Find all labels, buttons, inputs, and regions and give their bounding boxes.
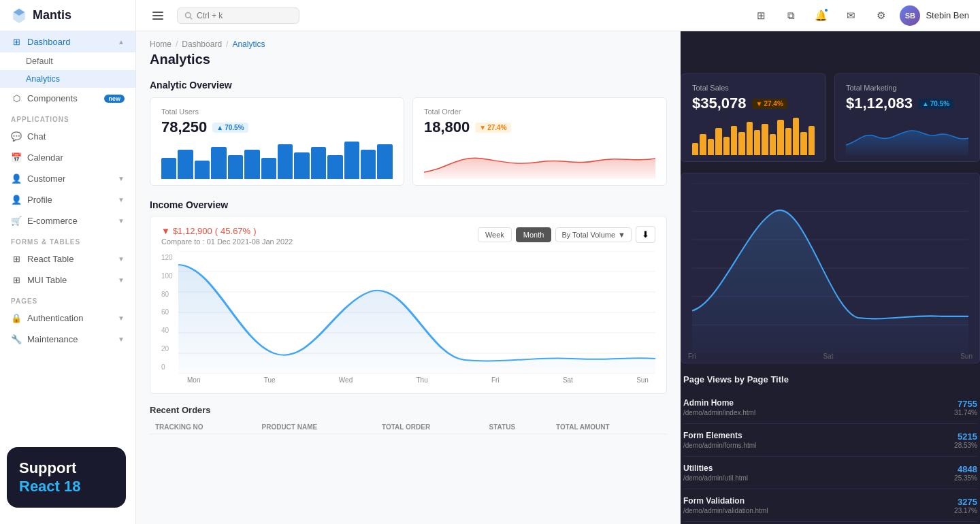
sidebar-item-components[interactable]: ⬡ Components new bbox=[0, 88, 135, 109]
topbar-right: ⊞ ⧉ 🔔 ✉ ⚙ SB Stebin Ben bbox=[750, 5, 969, 27]
stat-card-sales: Total Sales $35,078 ▼ 27.4% bbox=[681, 73, 826, 162]
calendar-icon: 📅 bbox=[11, 152, 22, 163]
section-pages: Pages bbox=[0, 291, 135, 308]
sidebar-item-ecommerce[interactable]: 🛒 E-commerce ▼ bbox=[0, 210, 135, 231]
svg-rect-0 bbox=[152, 12, 163, 13]
support-toast[interactable]: Support React 18 bbox=[7, 447, 126, 508]
sidebar-item-analytics[interactable]: Analytics bbox=[0, 70, 135, 88]
avatar: SB bbox=[900, 5, 920, 26]
stat-card-marketing: Total Marketing $1,12,083 ▲ 70.5% bbox=[834, 73, 980, 162]
chevron-up-icon: ▲ bbox=[118, 38, 125, 46]
topbar-left bbox=[147, 5, 299, 27]
breadcrumb-home[interactable]: Home bbox=[150, 39, 172, 49]
chart-area: 120 100 80 60 40 20 0 bbox=[161, 251, 655, 376]
volume-select[interactable]: By Total Volume ▼ bbox=[555, 227, 632, 242]
stat-value: 18,800 ▼ 27.4% bbox=[424, 118, 655, 136]
sidebar-item-label: Profile bbox=[27, 195, 52, 205]
settings-button[interactable]: ⚙ bbox=[870, 5, 892, 27]
page-view-name: Utilities bbox=[683, 463, 748, 473]
notification-button[interactable]: 🔔 bbox=[810, 5, 832, 27]
income-dark-chart: Fri Sat Sun bbox=[681, 173, 980, 363]
page-view-count: 4848 bbox=[954, 464, 977, 474]
sidebar-item-profile[interactable]: 👤 Profile ▼ bbox=[0, 189, 135, 210]
mail-button[interactable]: ✉ bbox=[840, 5, 862, 27]
y-axis-labels: 120 100 80 60 40 20 0 bbox=[161, 251, 173, 374]
page-view-item: Utilities /demo/admin/util.html 4848 25.… bbox=[683, 457, 977, 489]
page-view-name: Admin Home bbox=[683, 398, 755, 408]
chevron-down-icon: ▼ bbox=[118, 255, 125, 263]
user-info[interactable]: SB Stebin Ben bbox=[900, 5, 969, 26]
sidebar-item-react-table[interactable]: ⊞ React Table ▼ bbox=[0, 248, 135, 269]
svg-rect-1 bbox=[152, 15, 163, 16]
table-icon: ⊞ bbox=[11, 275, 22, 285]
sidebar-item-label: React Table bbox=[27, 254, 74, 264]
stat-value: $1,12,083 ▲ 70.5% bbox=[846, 95, 968, 112]
grid-icon-button[interactable]: ⊞ bbox=[750, 5, 772, 27]
sidebar-item-authentication[interactable]: 🔒 Authentication ▼ bbox=[0, 308, 135, 329]
menu-toggle-button[interactable] bbox=[147, 5, 169, 27]
page-view-name: Form Validation bbox=[683, 496, 768, 506]
sidebar-item-mui-table[interactable]: ⊞ MUI Table ▼ bbox=[0, 269, 135, 291]
search-icon bbox=[184, 12, 193, 20]
chevron-down-icon: ▼ bbox=[118, 217, 125, 225]
section-applications: Applications bbox=[0, 109, 135, 126]
sidebar: Mantis ⊞ Dashboard ▲ Default Analytics ⬡… bbox=[0, 0, 136, 524]
sidebar-item-default[interactable]: Default bbox=[0, 52, 135, 70]
stat-label: Total Order bbox=[424, 108, 655, 116]
income-overview-card: ▼ $1,12,900 (45.67%) Compare to : 01 Dec… bbox=[150, 216, 667, 394]
page-view-stats: 7755 31.74% bbox=[954, 399, 977, 416]
new-badge: new bbox=[104, 95, 125, 103]
stat-value: 78,250 ▲ 70.5% bbox=[161, 118, 393, 136]
income-controls: Week Month By Total Volume ▼ ⬇ bbox=[478, 226, 655, 243]
dashboard-icon: ⊞ bbox=[11, 37, 22, 47]
col-product: PRODUCT NAME bbox=[256, 421, 376, 434]
page-view-info: Admin Home /demo/admin/index.html bbox=[683, 398, 755, 416]
income-left: ▼ $1,12,900 (45.67%) Compare to : 01 Dec… bbox=[161, 226, 293, 246]
mini-chart-users bbox=[161, 142, 393, 179]
stat-card-order: Total Order 18,800 ▼ 27.4% bbox=[412, 97, 667, 186]
search-input[interactable] bbox=[197, 11, 278, 20]
mantis-logo-icon bbox=[11, 7, 27, 24]
stat-badge: ▼ 27.4% bbox=[752, 99, 787, 109]
sidebar-item-dashboard[interactable]: ⊞ Dashboard ▲ bbox=[0, 31, 135, 52]
month-button[interactable]: Month bbox=[516, 227, 552, 242]
download-button[interactable]: ⬇ bbox=[636, 226, 655, 243]
stats-row-dark: Total Sales $35,078 ▼ 27.4% Total Market… bbox=[681, 73, 980, 162]
col-total-amount: TOTAL AMOUNT bbox=[551, 421, 667, 434]
sidebar-item-label: Calendar bbox=[27, 152, 63, 163]
week-button[interactable]: Week bbox=[478, 227, 512, 242]
customer-icon: 👤 bbox=[11, 174, 22, 184]
stat-label: Total Marketing bbox=[846, 84, 968, 92]
sidebar-item-label: E-commerce bbox=[27, 216, 78, 226]
chat-icon: 💬 bbox=[11, 131, 22, 142]
sidebar-item-customer[interactable]: 👤 Customer ▼ bbox=[0, 168, 135, 189]
sidebar-logo[interactable]: Mantis bbox=[0, 0, 135, 31]
income-value: ▼ $1,12,900 (45.67%) bbox=[161, 226, 293, 236]
sidebar-item-maintenance[interactable]: 🔧 Maintenance ▼ bbox=[0, 329, 135, 350]
search-box[interactable] bbox=[177, 7, 299, 24]
col-status: STATUS bbox=[484, 421, 551, 434]
breadcrumb: Home / Dashboard / Analytics bbox=[136, 31, 681, 52]
dark-panel: Total Sales $35,078 ▼ 27.4% Total Market… bbox=[681, 31, 980, 524]
support-react: React 18 bbox=[19, 478, 114, 495]
stat-value: $35,078 ▼ 27.4% bbox=[692, 95, 815, 112]
sidebar-item-chat[interactable]: 💬 Chat bbox=[0, 126, 135, 147]
orders-table: TRACKING NO PRODUCT NAME TOTAL ORDER STA… bbox=[150, 421, 667, 434]
chevron-down-icon: ▼ bbox=[118, 335, 125, 343]
maintenance-icon: 🔧 bbox=[11, 334, 22, 344]
page-view-url: /demo/admin/index.html bbox=[683, 409, 755, 416]
sidebar-item-label: Maintenance bbox=[27, 334, 78, 344]
stat-badge: ▲ 70.5% bbox=[212, 122, 248, 133]
chevron-down-icon: ▼ bbox=[118, 175, 125, 182]
screen-icon-button[interactable]: ⧉ bbox=[780, 5, 802, 27]
breadcrumb-sep2: / bbox=[226, 39, 228, 49]
breadcrumb-dashboard[interactable]: Dashboard bbox=[182, 39, 222, 49]
breadcrumb-sep: / bbox=[176, 39, 178, 49]
col-tracking: TRACKING NO bbox=[150, 421, 256, 434]
col-total-order: TOTAL ORDER bbox=[376, 421, 484, 434]
page-views-title: Page Views by Page Title bbox=[683, 374, 977, 384]
notification-dot bbox=[823, 7, 829, 13]
sidebar-item-calendar[interactable]: 📅 Calendar bbox=[0, 147, 135, 168]
page-view-stats: 4848 25.35% bbox=[954, 464, 977, 482]
page-view-count: 7755 bbox=[954, 399, 977, 409]
